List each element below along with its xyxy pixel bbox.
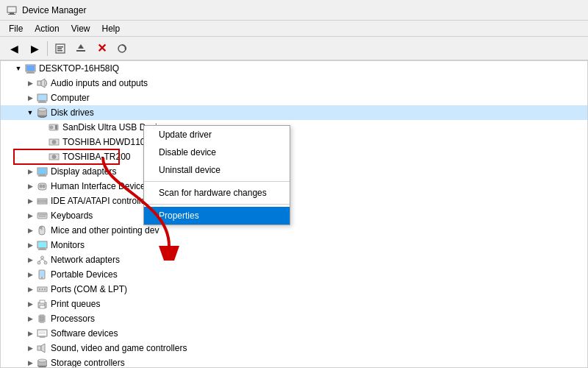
svg-point-64 <box>41 289 43 290</box>
svg-rect-13 <box>26 72 35 73</box>
tree-printqueues-label: Print queues <box>51 299 100 309</box>
context-menu: Update driver Disable device Uninstall d… <box>143 125 290 225</box>
menu-help[interactable]: Help <box>96 22 126 35</box>
tree-computer[interactable]: ▶ Computer <box>1 91 587 105</box>
tree-software[interactable]: ▶ Software devices <box>1 326 587 341</box>
tree-mice[interactable]: ▶ Mice and other pointing dev <box>1 223 587 238</box>
tree-sandisk[interactable]: SanDisk Ultra USB Device <box>1 120 587 135</box>
expand-storage-icon[interactable]: ▶ <box>24 355 36 368</box>
toolbar-properties-btn[interactable] <box>51 40 70 57</box>
svg-point-65 <box>44 289 46 290</box>
tree-network[interactable]: ▶ Network adapters <box>1 252 587 267</box>
toshiba1-icon <box>48 136 60 148</box>
print-icon <box>36 298 48 310</box>
tree-keyboards[interactable]: ▶ Keyboards <box>1 208 587 223</box>
svg-rect-80 <box>38 330 46 336</box>
context-scan-hardware[interactable]: Scan for hardware changes <box>144 184 290 202</box>
tree-ports[interactable]: ▶ Ports (COM & LPT) <box>1 282 587 297</box>
portable-icon <box>36 269 48 280</box>
svg-rect-20 <box>38 95 46 100</box>
svg-rect-39 <box>43 185 45 188</box>
expand-computer-icon[interactable]: ▶ <box>24 91 36 105</box>
expand-disk-icon[interactable]: ▼ <box>24 105 36 120</box>
menu-view[interactable]: View <box>65 22 96 35</box>
svg-rect-41 <box>38 200 46 202</box>
svg-rect-67 <box>40 300 45 303</box>
tree-ide[interactable]: ▶ IDE ATA/ATAPI controllers <box>1 194 587 208</box>
svg-marker-84 <box>41 344 45 353</box>
svg-rect-83 <box>37 346 41 350</box>
expand-audio-icon[interactable]: ▶ <box>24 76 36 91</box>
tree-portable[interactable]: ▶ Portable Devices <box>1 267 587 282</box>
tree-processors[interactable]: ▶ Processors <box>1 311 587 326</box>
tree-network-label: Network adapters <box>51 255 120 265</box>
expand-ports-icon[interactable]: ▶ <box>24 282 36 297</box>
svg-marker-16 <box>41 79 45 88</box>
tree-sound[interactable]: ▶ Sound, video and game controllers <box>1 341 587 355</box>
svg-rect-49 <box>40 227 42 229</box>
svg-point-61 <box>41 277 43 278</box>
expand-portable-icon[interactable]: ▶ <box>24 267 36 282</box>
expand-sound-icon[interactable]: ▶ <box>24 341 36 355</box>
expand-mice-icon[interactable]: ▶ <box>24 223 36 238</box>
toshiba2-icon <box>48 151 60 163</box>
expand-monitors-icon[interactable]: ▶ <box>24 238 36 252</box>
tree-toshiba1-label: TOSHIBA HDWD110 <box>62 137 145 147</box>
context-update-driver[interactable]: Update driver <box>144 126 290 144</box>
tree-computer-label: Computer <box>51 93 90 103</box>
tree-audio[interactable]: ▶ Audio inputs and outputs <box>1 76 587 91</box>
svg-line-57 <box>39 259 43 261</box>
svg-rect-1 <box>10 13 14 14</box>
svg-rect-46 <box>45 214 46 216</box>
expand-software-icon[interactable]: ▶ <box>24 326 36 341</box>
expand-print-icon[interactable]: ▶ <box>24 297 36 311</box>
keyboards-icon <box>36 210 48 222</box>
svg-rect-5 <box>57 48 62 49</box>
tree-hid[interactable]: ▶ Human Interface Devices <box>1 179 587 194</box>
tree-monitors-label: Monitors <box>51 240 85 250</box>
expand-root-icon[interactable]: ▼ <box>12 61 24 76</box>
svg-point-63 <box>39 289 40 290</box>
context-properties[interactable]: Properties <box>144 207 290 224</box>
tree-toshiba2-label: TOSHIBA-TR200 <box>62 152 130 162</box>
menu-action[interactable]: Action <box>29 22 65 35</box>
toolbar-scan-btn[interactable] <box>112 40 132 57</box>
app-icon <box>6 4 18 16</box>
tree-diskdrives[interactable]: ▼ Disk drives <box>1 105 587 120</box>
svg-rect-79 <box>40 336 45 338</box>
toolbar-uninstall-btn[interactable]: ✕ <box>92 40 111 57</box>
toolbar-back-btn[interactable]: ◀ <box>4 40 24 57</box>
context-disable-device[interactable]: Disable device <box>144 144 290 161</box>
tree-storage[interactable]: ▶ Storage controllers <box>1 355 587 368</box>
expand-keyboards-icon[interactable]: ▶ <box>24 208 36 223</box>
tree-audio-label: Audio inputs and outputs <box>51 78 148 88</box>
computer-root-icon <box>24 63 36 74</box>
svg-point-29 <box>53 141 54 143</box>
svg-rect-53 <box>38 242 46 247</box>
expand-network-icon[interactable]: ▶ <box>24 252 36 267</box>
tree-printqueues[interactable]: ▶ Print queues <box>1 297 587 311</box>
svg-point-54 <box>40 256 43 259</box>
tree-monitors[interactable]: ▶ Monitors <box>1 238 587 252</box>
svg-marker-8 <box>78 44 84 49</box>
tree-toshiba1[interactable]: TOSHIBA HDWD110 <box>1 135 587 149</box>
toolbar-update-driver-btn[interactable] <box>71 40 90 57</box>
tree-hid-label: Human Interface Devices <box>51 181 150 191</box>
expand-hid-icon[interactable]: ▶ <box>24 179 36 194</box>
tree-root[interactable]: ▼ DESKTOP-16H58IQ <box>1 61 587 76</box>
svg-rect-60 <box>40 272 44 277</box>
expand-ide-icon[interactable]: ▶ <box>24 194 36 208</box>
toolbar-forward-btn[interactable]: ▶ <box>25 40 44 57</box>
svg-rect-71 <box>40 317 44 321</box>
expand-proc-icon[interactable]: ▶ <box>24 311 36 326</box>
expand-display-icon[interactable]: ▶ <box>24 164 36 179</box>
svg-rect-68 <box>40 305 45 308</box>
tree-display[interactable]: ▶ Display adapters <box>1 164 587 179</box>
tree-toshiba2[interactable]: TOSHIBA-TR200 <box>1 149 587 164</box>
device-tree[interactable]: ▼ DESKTOP-16H58IQ ▶ <box>0 60 588 368</box>
context-uninstall-device[interactable]: Uninstall device <box>144 161 290 179</box>
svg-point-26 <box>50 126 53 129</box>
menu-file[interactable]: File <box>3 22 29 35</box>
audio-icon <box>36 77 48 89</box>
tree-keyboards-label: Keyboards <box>51 210 93 221</box>
